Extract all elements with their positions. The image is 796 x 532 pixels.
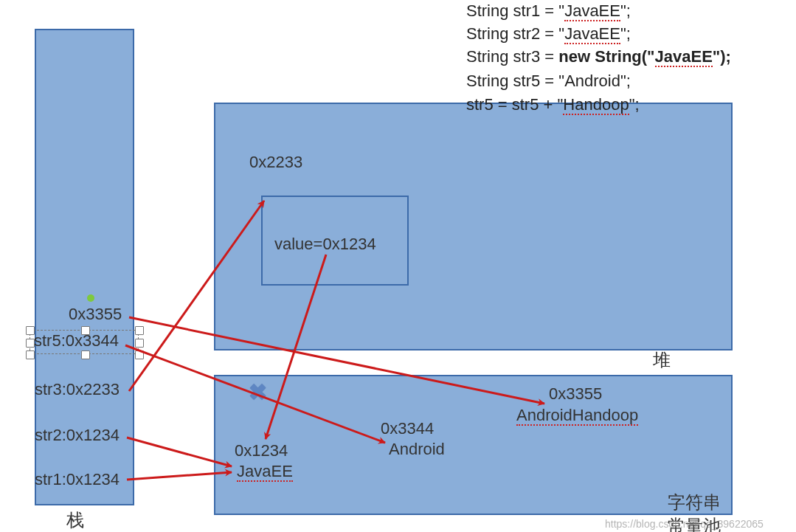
pool-box (214, 375, 733, 515)
code-text: JavaEE (564, 1, 620, 21)
selection-handle[interactable] (81, 326, 90, 335)
selection-handle[interactable] (135, 350, 144, 359)
delete-x-icon: ✖ (249, 379, 267, 405)
selection-handle[interactable] (26, 350, 35, 359)
code-text: Handoop (563, 95, 629, 115)
code-text: String str1 = " (466, 1, 564, 20)
heap-object-value: value=0x1234 (274, 235, 376, 254)
code-line-5: str5 = str5 + "Handoop"; (466, 94, 640, 116)
stack-str3: str3:0x2233 (35, 380, 120, 399)
code-line-3: String str3 = new String("JavaEE"); (466, 46, 731, 68)
code-text: String str2 = " (466, 24, 564, 43)
stack-new-addr: 0x3355 (69, 305, 122, 324)
code-text: "); (713, 47, 731, 66)
selection-handle[interactable] (81, 350, 90, 359)
code-line-4: String str5 = "Android"; (466, 70, 631, 92)
text: JavaEE (237, 462, 293, 482)
selection-handle[interactable] (135, 339, 144, 348)
pool-e1-val: JavaEE (237, 462, 293, 481)
code-text: "; (629, 95, 640, 114)
code-text: JavaEE (655, 47, 713, 67)
selection-handle[interactable] (26, 339, 35, 348)
pool-e3-val: AndroidHandoop (516, 406, 638, 425)
pool-label-top: 字符串 (668, 491, 721, 514)
pool-e2-addr: 0x3344 (381, 419, 434, 438)
heap-label: 堆 (653, 348, 671, 372)
code-text: "; (620, 1, 631, 20)
code-text: JavaEE (564, 24, 620, 44)
pool-e1-addr: 0x1234 (235, 441, 288, 460)
watermark: https://blog.csdn.net/qq_39622065 (605, 518, 764, 530)
pool-e3-addr: 0x3355 (549, 384, 602, 404)
code-text: "; (620, 24, 631, 43)
stack-str1: str1:0x1234 (35, 470, 120, 489)
selection-handle[interactable] (135, 326, 144, 335)
code-line-2: String str2 = "JavaEE"; (466, 23, 631, 45)
selection-handle[interactable] (26, 326, 35, 335)
rotate-handle[interactable] (87, 294, 94, 302)
stack-str5: str5:0x3344 (34, 331, 119, 350)
diagram-canvas: 栈 堆 字符串 常量池 0x2233 value=0x1234 String s… (0, 0, 796, 532)
stack-label: 栈 (66, 508, 84, 532)
code-text: str5 = str5 + " (466, 95, 563, 114)
code-text: String str5 = "Android"; (466, 72, 631, 90)
text: AndroidHandoop (516, 406, 638, 426)
heap-object-addr: 0x2233 (249, 153, 302, 172)
code-text: String str3 = (466, 47, 558, 66)
stack-str2: str2:0x1234 (35, 426, 120, 445)
code-line-1: String str1 = "JavaEE"; (466, 0, 631, 22)
code-text: new String(" (558, 47, 654, 66)
pool-e2-val: Android (389, 440, 445, 459)
